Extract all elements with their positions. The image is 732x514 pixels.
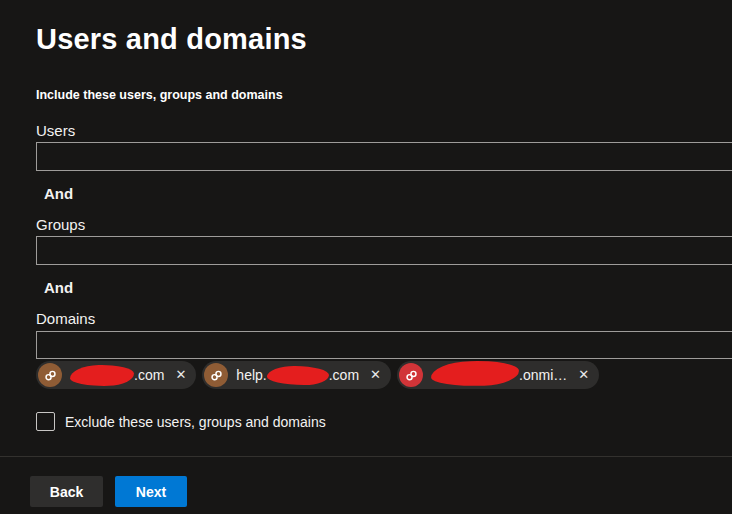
domain-chip-visible-suffix: .onmi… xyxy=(519,367,567,383)
groups-label: Groups xyxy=(36,216,85,233)
exclude-checkbox-row: Exclude these users, groups and domains xyxy=(36,412,326,431)
domain-chip-visible-suffix: .com xyxy=(134,367,164,383)
domain-chip: .com ✕ xyxy=(36,361,196,389)
domains-label: Domains xyxy=(36,310,95,327)
redaction-scribble xyxy=(267,365,329,385)
remove-chip-icon[interactable]: ✕ xyxy=(368,361,383,389)
and-separator-1: And xyxy=(44,185,73,202)
domain-chip-label: .onmi… xyxy=(431,365,567,386)
domain-chip-visible-suffix: .com xyxy=(329,367,359,383)
redaction-scribble xyxy=(431,359,520,387)
domain-chip-label: .com xyxy=(70,365,164,386)
page-title: Users and domains xyxy=(36,20,307,58)
link-icon xyxy=(38,363,62,387)
domain-chip: .onmi… ✕ xyxy=(397,361,599,389)
remove-chip-icon[interactable]: ✕ xyxy=(576,361,591,389)
domain-chip-label: help. .com xyxy=(236,366,359,385)
next-button[interactable]: Next xyxy=(115,476,187,507)
back-button[interactable]: Back xyxy=(30,476,103,507)
link-icon xyxy=(399,363,423,387)
footer-divider xyxy=(0,456,732,457)
domains-input[interactable] xyxy=(36,331,732,359)
remove-chip-icon[interactable]: ✕ xyxy=(173,361,188,389)
exclude-checkbox[interactable] xyxy=(36,412,55,431)
domain-chips-row: .com ✕ help. .com ✕ xyxy=(36,361,599,389)
users-label: Users xyxy=(36,122,75,139)
users-input[interactable] xyxy=(36,142,732,171)
users-and-domains-page: Users and domains Include these users, g… xyxy=(0,0,732,514)
link-icon xyxy=(204,363,228,387)
redaction-scribble xyxy=(70,364,135,387)
groups-input[interactable] xyxy=(36,236,732,265)
exclude-checkbox-label: Exclude these users, groups and domains xyxy=(65,414,326,430)
domain-chip: help. .com ✕ xyxy=(202,361,391,389)
domain-chip-visible-prefix: help. xyxy=(236,367,266,383)
and-separator-2: And xyxy=(44,279,73,296)
include-section-heading: Include these users, groups and domains xyxy=(36,88,283,102)
